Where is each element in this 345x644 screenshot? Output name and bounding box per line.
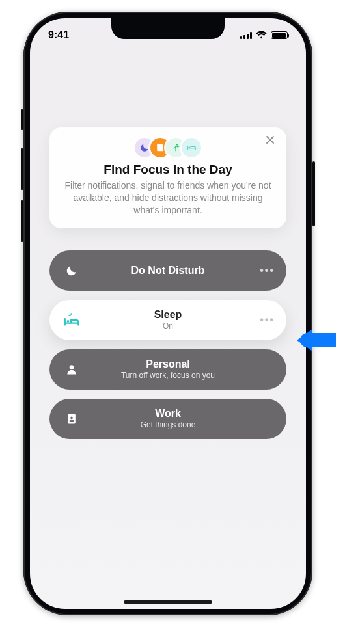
focus-work[interactable]: Work Get things done ••• (49, 399, 286, 439)
focus-title: Work (155, 408, 181, 420)
focus-mode-list: Do Not Disturb ••• z z (49, 250, 286, 439)
power-button (312, 161, 315, 226)
svg-point-5 (70, 365, 74, 369)
ringer-switch (21, 109, 23, 130)
svg-point-0 (176, 144, 178, 146)
focus-sleep[interactable]: z z Sleep On ••• (49, 300, 286, 340)
promo-title: Find Focus in the Day (62, 163, 273, 177)
close-icon[interactable] (266, 135, 277, 147)
promo-body: Filter notifications, signal to friends … (62, 180, 273, 217)
bed-icon (182, 138, 201, 157)
focus-center: Find Focus in the Day Filter notificatio… (49, 127, 286, 439)
volume-down-button (21, 200, 23, 242)
bed-icon: z z (62, 312, 81, 329)
iphone-frame: 9:41 (23, 12, 312, 615)
status-time: 9:41 (48, 29, 69, 41)
volume-up-button (21, 148, 23, 190)
focus-subtitle: Turn off work, focus on you (121, 371, 215, 380)
focus-do-not-disturb[interactable]: Do Not Disturb ••• (49, 250, 286, 291)
focus-title: Sleep (154, 309, 182, 321)
svg-point-4 (67, 320, 70, 323)
badge-icon (62, 412, 81, 425)
more-icon[interactable]: ••• (256, 265, 275, 276)
notch (111, 18, 225, 39)
moon-icon (62, 264, 81, 277)
focus-subtitle: On (163, 321, 173, 330)
annotation-arrow (294, 327, 336, 356)
focus-title: Personal (146, 358, 190, 370)
battery-icon (271, 31, 288, 39)
focus-personal[interactable]: Personal Turn off work, focus on you ••• (49, 349, 286, 390)
svg-point-1 (189, 146, 190, 148)
focus-subtitle: Get things done (141, 420, 196, 429)
focus-title: Do Not Disturb (131, 265, 205, 276)
focus-promo-card: Find Focus in the Day Filter notificatio… (49, 127, 286, 228)
cellular-icon (240, 31, 252, 39)
more-icon[interactable]: ••• (256, 314, 275, 326)
svg-text:z: z (70, 312, 72, 315)
promo-icon-row (62, 138, 273, 157)
screen: 9:41 (30, 18, 306, 609)
status-indicators (240, 31, 288, 39)
svg-point-7 (70, 416, 73, 419)
person-icon (62, 363, 81, 376)
wifi-icon (256, 31, 267, 39)
home-indicator[interactable] (124, 600, 212, 604)
